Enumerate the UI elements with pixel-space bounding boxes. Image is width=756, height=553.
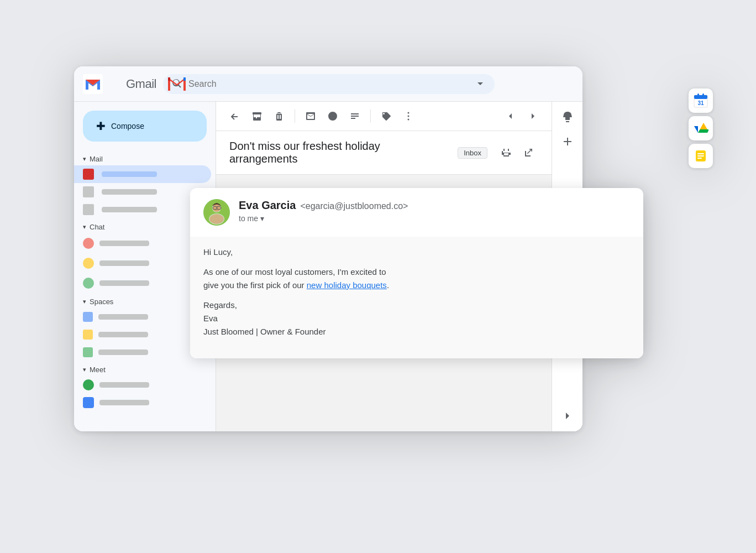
svg-rect-9: [702, 93, 704, 97]
calendar-app-icon[interactable]: 31: [689, 88, 713, 113]
svg-point-19: [209, 214, 224, 224]
space-icon-3: [83, 347, 93, 357]
to-me-label: to me: [239, 214, 258, 223]
chat-chevron-icon: ▾: [83, 223, 86, 231]
meet-video-icon: [83, 379, 94, 390]
google-apps-panel: 31: [689, 88, 713, 168]
compose-plus-icon: ✚: [96, 119, 106, 133]
email-subject-area: Don't miss our freshest holiday arrangem…: [216, 131, 552, 175]
drive-app-icon[interactable]: [689, 116, 713, 140]
chat-avatar-1: [83, 238, 94, 249]
starred-label: [102, 189, 157, 195]
starred-icon: [83, 186, 94, 197]
sender-info: Eva Garcia <egarcia@justbloomed.co> to m…: [239, 199, 630, 223]
svg-point-3: [408, 112, 410, 114]
snooze-button[interactable]: [323, 106, 343, 126]
meet-calendar-icon: [83, 397, 94, 408]
svg-rect-7: [694, 95, 707, 99]
floating-email-card: Eva Garcia <egarcia@justbloomed.co> to m…: [190, 188, 643, 358]
meet-section-header[interactable]: ▾ Meet: [74, 363, 216, 376]
svg-text:31: 31: [697, 100, 704, 106]
svg-rect-14: [697, 158, 702, 159]
mark-unread-button[interactable]: [301, 106, 321, 126]
mail-section-label: Mail: [90, 155, 103, 163]
toolbar-divider-2: [370, 109, 371, 123]
sender-email: <egarcia@justbloomed.co>: [300, 201, 408, 211]
email-subject: Don't miss our freshest holiday arrangem…: [229, 140, 449, 165]
email-period: .: [387, 280, 389, 290]
meet-item-2[interactable]: [74, 394, 216, 411]
label-button[interactable]: [376, 106, 396, 126]
svg-rect-12: [697, 153, 704, 154]
archive-button[interactable]: [247, 106, 267, 126]
chat-section-label: Chat: [90, 223, 104, 231]
chat-label-2: [99, 260, 149, 266]
delete-button[interactable]: [269, 106, 289, 126]
expand-right-button[interactable]: [556, 405, 579, 427]
inbox-label: [102, 171, 157, 177]
mail-section-header[interactable]: ▾ Mail: [74, 153, 216, 165]
header-actions: [496, 143, 538, 163]
snoozed-icon: [83, 204, 94, 215]
snoozed-label: [102, 207, 157, 212]
svg-rect-13: [697, 155, 704, 156]
chevron-down-icon[interactable]: [475, 79, 486, 90]
spaces-section-label: Spaces: [90, 298, 113, 306]
email-greeting: Hi Lucy,: [203, 247, 233, 257]
sender-avatar: [203, 199, 230, 226]
toolbar-divider-1: [295, 109, 295, 123]
compose-label: Compose: [111, 122, 144, 131]
tasks-button[interactable]: [345, 106, 365, 126]
svg-rect-8: [697, 93, 699, 97]
meet-chevron-icon: ▾: [83, 366, 86, 373]
to-me-chevron-icon[interactable]: ▾: [260, 214, 264, 223]
space-icon-1: [83, 312, 93, 322]
email-sign-company: Just Bloomed | Owner & Founder: [203, 327, 326, 336]
next-email-button[interactable]: [523, 106, 543, 126]
header: Gmail: [74, 66, 582, 102]
search-input[interactable]: [188, 79, 469, 89]
space-icon-2: [83, 330, 93, 340]
gmail-icon: [167, 76, 187, 92]
svg-point-4: [408, 116, 410, 117]
prev-email-button[interactable]: [501, 106, 521, 126]
gmail-title: Gmail: [126, 77, 156, 91]
email-body-line2: give you the first pick of our: [203, 280, 305, 290]
chat-avatar-2: [83, 258, 94, 269]
chat-label-1: [99, 241, 149, 246]
svg-point-5: [408, 119, 410, 121]
chat-label-3: [99, 280, 149, 286]
print-button[interactable]: [496, 143, 516, 163]
email-sign-name: Eva: [203, 314, 218, 323]
add-addon-button[interactable]: [556, 131, 579, 153]
chat-avatar-3: [83, 278, 94, 289]
email-sign-off: Regards,: [203, 300, 237, 310]
gmail-logo: Gmail: [83, 74, 156, 94]
inbox-badge[interactable]: Inbox: [458, 147, 487, 159]
sender-row: Eva Garcia <egarcia@justbloomed.co> to m…: [190, 188, 643, 237]
space-label-3: [98, 349, 148, 355]
inbox-icon: [83, 169, 94, 180]
space-label-2: [98, 332, 148, 337]
compose-button[interactable]: ✚ Compose: [83, 111, 207, 142]
email-body-line1: As one of our most loyal customers, I'm …: [203, 267, 386, 276]
meet-section-label: Meet: [90, 366, 106, 374]
email-link[interactable]: new holiday bouquets: [307, 280, 387, 290]
sender-name: Eva Garcia: [239, 199, 296, 212]
spaces-chevron-icon: ▾: [83, 298, 86, 305]
meet-label-1: [99, 382, 149, 388]
back-button[interactable]: [225, 106, 245, 126]
sidebar-item-inbox[interactable]: [74, 165, 211, 183]
open-external-button[interactable]: [518, 143, 538, 163]
to-me-row[interactable]: to me ▾: [239, 214, 630, 223]
space-label-1: [98, 314, 148, 320]
mail-chevron-icon: ▾: [83, 155, 86, 163]
google-keep-button[interactable]: [556, 106, 579, 128]
email-body: Hi Lucy, As one of our most loyal custom…: [190, 237, 643, 358]
meet-item-1[interactable]: [74, 376, 216, 394]
meet-label-2: [99, 400, 149, 405]
search-bar[interactable]: [163, 74, 495, 94]
keep-app-icon[interactable]: [689, 144, 713, 168]
gmail-m-icon: [83, 74, 103, 94]
more-button[interactable]: [398, 106, 418, 126]
